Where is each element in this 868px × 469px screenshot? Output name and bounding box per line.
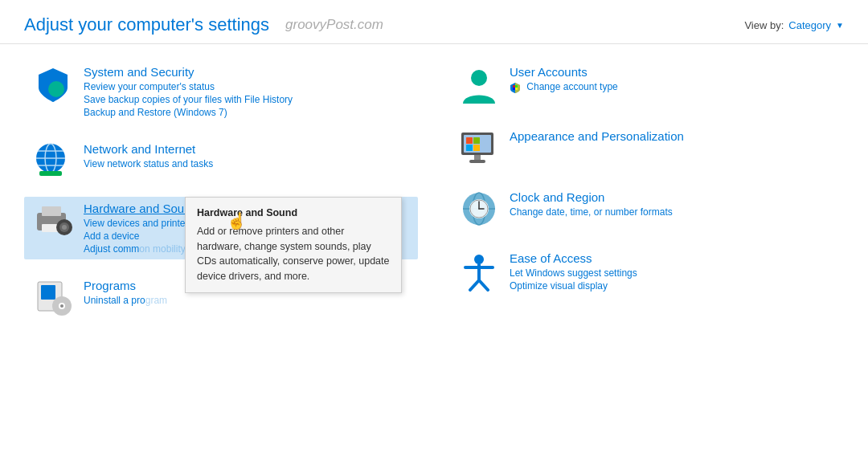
tooltip-description: Add or remove printers and other hardwar…: [197, 224, 390, 284]
network-internet-title[interactable]: Network and Internet: [84, 142, 195, 156]
svg-rect-27: [473, 137, 480, 144]
svg-rect-8: [42, 206, 61, 216]
ease-access-icon: [457, 251, 502, 292]
clock-region-text: Clock and Region Change date, time, or n…: [510, 190, 845, 218]
viewby-dropdown[interactable]: Category: [788, 19, 831, 31]
user-accounts-icon: [457, 65, 502, 105]
system-security-text: System and Security Review your computer…: [84, 65, 411, 118]
viewby-label: View by:: [744, 19, 784, 31]
viewby-arrow-icon[interactable]: ▼: [836, 21, 844, 30]
svg-point-0: [48, 81, 64, 97]
hardware-sound-title[interactable]: Hardware and Sound: [84, 202, 198, 215]
tooltip-title: Hardware and Sound: [197, 206, 390, 221]
ease-access-title[interactable]: Ease of Access: [510, 251, 592, 265]
system-security-link-3[interactable]: Backup and Restore (Windows 7): [84, 107, 411, 118]
page-title: Adjust your computer's settings: [24, 14, 269, 35]
svg-point-18: [60, 304, 63, 308]
user-accounts-title[interactable]: User Accounts: [510, 65, 588, 79]
svg-rect-20: [513, 85, 515, 88]
programs-link-1[interactable]: Uninstall a program: [84, 295, 411, 306]
svg-rect-23: [515, 88, 518, 90]
programs-title[interactable]: Programs: [84, 279, 136, 292]
category-system-security: System and Security Review your computer…: [24, 60, 418, 123]
network-internet-text: Network and Internet View network status…: [84, 142, 411, 169]
programs-icon: [31, 279, 76, 316]
svg-rect-26: [466, 137, 473, 144]
network-internet-icon: [31, 142, 76, 177]
user-accounts-link-1[interactable]: Change account type: [510, 81, 845, 93]
system-security-icon: [31, 65, 76, 104]
category-hardware-sound: Hardware and Sound View devices and prin…: [24, 197, 418, 259]
right-column: User Accounts Change account type: [434, 52, 868, 343]
ease-access-text: Ease of Access Let Windows suggest setti…: [510, 251, 845, 292]
ease-access-link-1[interactable]: Let Windows suggest settings: [510, 267, 845, 279]
category-network-internet: Network and Internet View network status…: [24, 137, 418, 182]
category-appearance: Appearance and Personalization: [450, 124, 852, 171]
header-right: View by: Category ▼: [744, 19, 844, 31]
network-internet-link-1[interactable]: View network status and tasks: [84, 158, 411, 169]
svg-point-19: [471, 70, 487, 86]
svg-rect-31: [469, 160, 485, 163]
svg-line-43: [479, 280, 488, 290]
svg-line-42: [470, 280, 479, 290]
watermark: groovyPost.com: [285, 17, 383, 33]
left-column: System and Security Review your computer…: [0, 52, 434, 343]
svg-point-12: [62, 225, 67, 230]
svg-rect-22: [513, 88, 515, 90]
category-ease-access: Ease of Access Let Windows suggest setti…: [450, 247, 852, 296]
system-security-title[interactable]: System and Security: [84, 65, 194, 79]
clock-region-title[interactable]: Clock and Region: [510, 190, 604, 204]
system-security-link-2[interactable]: Save backup copies of your files with Fi…: [84, 94, 411, 105]
category-clock-region: Clock and Region Change date, time, or n…: [450, 186, 852, 232]
appearance-text: Appearance and Personalization: [510, 129, 845, 144]
svg-rect-15: [41, 285, 55, 300]
svg-rect-6: [39, 171, 62, 176]
main-content: System and Security Review your computer…: [0, 44, 868, 343]
svg-rect-21: [515, 85, 518, 88]
clock-region-link-1[interactable]: Change date, time, or number formats: [510, 206, 845, 218]
appearance-icon: [457, 129, 502, 166]
header-left: Adjust your computer's settings groovyPo…: [24, 14, 383, 35]
header: Adjust your computer's settings groovyPo…: [0, 0, 868, 44]
tooltip: Hardware and Sound Add or remove printer…: [185, 197, 402, 293]
system-security-link-1[interactable]: Review your computer's status: [84, 81, 411, 92]
category-user-accounts: User Accounts Change account type: [450, 60, 852, 110]
svg-rect-29: [473, 145, 480, 151]
uac-shield-icon: [510, 82, 521, 93]
ease-access-link-2[interactable]: Optimize visual display: [510, 280, 845, 292]
svg-rect-28: [466, 145, 473, 151]
appearance-title[interactable]: Appearance and Personalization: [510, 129, 684, 143]
control-panel-window: Adjust your computer's settings groovyPo…: [0, 0, 868, 469]
clock-region-icon: [457, 190, 502, 227]
user-accounts-text: User Accounts Change account type: [510, 65, 845, 93]
hardware-sound-icon: [31, 202, 76, 237]
